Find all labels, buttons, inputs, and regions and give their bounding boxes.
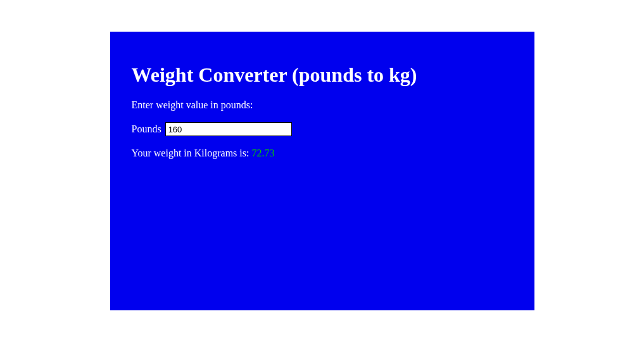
prompt-text: Enter weight value in pounds: xyxy=(132,99,513,111)
pounds-input[interactable] xyxy=(165,122,292,136)
page-title: Weight Converter (pounds to kg) xyxy=(132,63,513,87)
result-value: 72.73 xyxy=(251,148,274,158)
pounds-input-row: Pounds xyxy=(132,122,513,136)
result-prefix: Your weight in Kilograms is: xyxy=(132,148,252,158)
pounds-label: Pounds xyxy=(132,124,161,134)
weight-converter-panel: Weight Converter (pounds to kg) Enter we… xyxy=(110,32,534,310)
result-row: Your weight in Kilograms is: 72.73 xyxy=(132,148,513,159)
